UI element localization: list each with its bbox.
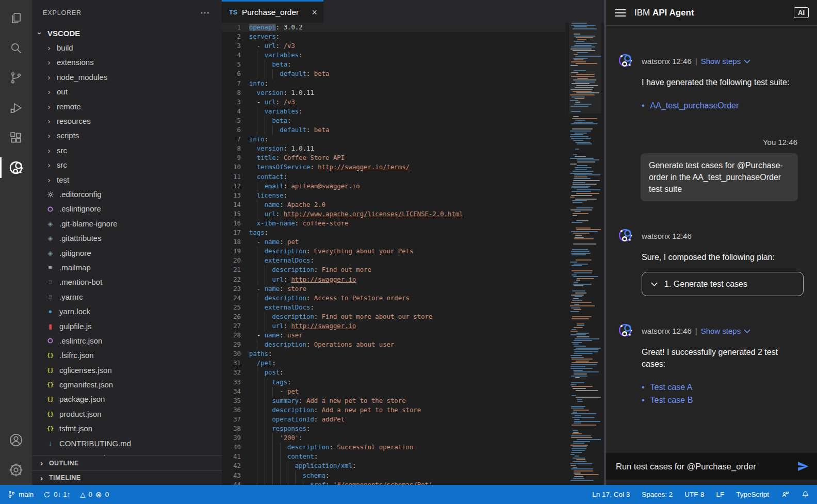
code-line-19[interactable]: 19 description: Everything about your Pe…: [222, 247, 565, 256]
result-link[interactable]: •Test case B: [642, 394, 804, 407]
outline-section[interactable]: › OUTLINE: [32, 456, 222, 470]
code-line-34[interactable]: 34 - pet: [222, 387, 565, 396]
tree-file-.editorconfig[interactable]: .editorconfig: [32, 187, 222, 201]
code-line-10[interactable]: 10 termsOfService: http://swagger.io/ter…: [222, 162, 565, 172]
code-line-12[interactable]: 12 email: apiteam@swagger.io: [222, 182, 565, 191]
code-line-18[interactable]: 18 - name: pet: [222, 237, 565, 247]
tree-file-CONTRIBUTING.md[interactable]: ↓CONTRIBUTING.md: [32, 436, 222, 450]
code-line-31[interactable]: 31 /pet:: [222, 359, 565, 368]
activity-bar-item-explorer[interactable]: [0, 3, 32, 33]
code-line-15[interactable]: 15 url: http://www.apache.org/licenses/L…: [222, 209, 565, 219]
activity-bar-item-extensions[interactable]: [0, 123, 32, 153]
code-line-43[interactable]: 43 schema:: [222, 471, 565, 480]
activity-bar-item-account[interactable]: [0, 425, 32, 455]
code-line-7[interactable]: 7info:: [222, 79, 565, 88]
tab-purchase-order[interactable]: TS Purchase_order ×: [222, 0, 323, 23]
chat-input[interactable]: [616, 462, 797, 472]
code-line-30[interactable]: 30paths:: [222, 349, 565, 359]
code-line-33[interactable]: 33 tags:: [222, 378, 565, 387]
activity-bar-item-search[interactable]: [0, 33, 32, 63]
tree-file-.git-blame-ignore[interactable]: ◈.git-blame-ignore: [32, 216, 222, 231]
code-line-4[interactable]: 4 variables:: [222, 107, 565, 116]
tree-file-package.json[interactable]: {}package.json: [32, 392, 222, 407]
code-line-14[interactable]: 14 name: Apache 2.0: [222, 200, 565, 209]
activity-bar-item-watsonx[interactable]: [0, 153, 32, 183]
code-line-44[interactable]: 44 $ref: '#/components/schemas/Pet': [222, 480, 565, 485]
code-line-20[interactable]: 20 externalDocs:: [222, 256, 565, 265]
tree-folder-src[interactable]: ›src: [32, 143, 222, 157]
code-line-3[interactable]: 3 - url: /v3: [222, 41, 565, 51]
problems-indicator[interactable]: △ 0 ⊗ 0: [80, 491, 109, 498]
tree-file-product.json[interactable]: {}product.json: [32, 407, 222, 421]
tree-file-.gitignore[interactable]: ◈.gitignore: [32, 246, 222, 260]
tree-file-.gitattributes[interactable]: ◈.gitattributes: [32, 231, 222, 245]
show-steps-button[interactable]: Show steps: [701, 57, 751, 66]
code-line-39[interactable]: 39 '200':: [222, 433, 565, 443]
code-line-1[interactable]: 1openapi: 3.0.2: [222, 23, 565, 32]
indentation-setting[interactable]: Spaces: 2: [642, 491, 673, 498]
code-line-21[interactable]: 21 description: Find out more: [222, 265, 565, 274]
hamburger-menu-icon[interactable]: [615, 9, 626, 17]
code-line-26[interactable]: 26 description: Find out more about our …: [222, 312, 565, 321]
tree-file-.mailmap[interactable]: ≡.mailmap: [32, 260, 222, 274]
code-line-25[interactable]: 25 externalDocs:: [222, 303, 565, 312]
bell-icon[interactable]: [802, 491, 809, 498]
code-line-6[interactable]: 6 default: beta: [222, 69, 565, 78]
tree-folder-node_modules[interactable]: ›node_modules: [32, 70, 222, 84]
tree-folder-src[interactable]: ›src: [32, 158, 222, 172]
tree-file-.eslintrc.json[interactable]: .eslintrc.json: [32, 333, 222, 348]
timeline-section[interactable]: › TIMELINE: [32, 470, 222, 485]
cursor-position[interactable]: Ln 17, Col 3: [592, 491, 630, 498]
code-line-6[interactable]: 6 default: beta: [222, 125, 565, 135]
code-line-11[interactable]: 11 contact:: [222, 172, 565, 182]
plan-step-accordion[interactable]: 1. Generate test cases: [642, 272, 804, 296]
code-line-16[interactable]: 16 x-ibm-name: coffee-store: [222, 219, 565, 228]
show-steps-button[interactable]: Show steps: [701, 327, 751, 335]
minimap[interactable]: [569, 23, 601, 485]
tree-folder-out[interactable]: ›out: [32, 85, 222, 99]
activity-bar-item-source-control[interactable]: [0, 63, 32, 93]
code-line-3[interactable]: 3 - url: /v3: [222, 97, 565, 107]
code-line-8[interactable]: 8 version: 1.0.11: [222, 144, 565, 153]
result-link[interactable]: •AA_test_purchaseOrder: [642, 99, 804, 112]
tree-file-.mention-bot[interactable]: ≡.mention-bot: [32, 275, 222, 289]
close-icon[interactable]: ×: [312, 8, 317, 17]
code-line-5[interactable]: 5 beta:: [222, 60, 565, 69]
tree-file-README.md[interactable]: ↓README.md: [32, 450, 222, 456]
tree-root-folder[interactable]: ›VSCODE: [32, 26, 222, 40]
code-line-22[interactable]: 22 url: http://swagger.io: [222, 275, 565, 284]
code-line-32[interactable]: 32 post:: [222, 368, 565, 377]
code-line-38[interactable]: 38 responses:: [222, 424, 565, 433]
tree-folder-build[interactable]: ›build: [32, 40, 222, 55]
code-line-40[interactable]: 40 description: Successful operation: [222, 443, 565, 452]
tree-folder-scripts[interactable]: ›scripts: [32, 128, 222, 143]
tree-file-.eslintignore[interactable]: .eslintignore: [32, 202, 222, 216]
language-mode[interactable]: TypeScript: [736, 491, 769, 498]
tree-file-cgmanifest.json[interactable]: {}cgmanifest.json: [32, 377, 222, 392]
tree-file-gulpfile.js[interactable]: ▮gulpfile.js: [32, 319, 222, 333]
git-branch-indicator[interactable]: main: [8, 491, 34, 498]
code-line-28[interactable]: 28 - name: user: [222, 331, 565, 340]
code-line-41[interactable]: 41 content:: [222, 452, 565, 461]
code-line-37[interactable]: 37 operationId: addPet: [222, 415, 565, 424]
encoding-setting[interactable]: UTF-8: [684, 491, 704, 498]
code-line-24[interactable]: 24 description: Access to Petstore order…: [222, 294, 565, 303]
send-icon[interactable]: [797, 460, 809, 473]
code-line-17[interactable]: 17tags:: [222, 228, 565, 237]
tree-file-yarn.lock[interactable]: ●yarn.lock: [32, 304, 222, 318]
code-editor[interactable]: 1openapi: 3.0.22servers:3 - url: /v34 va…: [222, 23, 565, 485]
eol-setting[interactable]: LF: [716, 491, 724, 498]
code-line-9[interactable]: 9 title: Coffee Store API: [222, 153, 565, 162]
code-line-35[interactable]: 35 summary: Add a new pet to the store: [222, 396, 565, 405]
tree-folder-test[interactable]: ›test: [32, 172, 222, 187]
code-line-8[interactable]: 8 version: 1.0.11: [222, 88, 565, 97]
code-line-5[interactable]: 5 beta:: [222, 116, 565, 125]
tree-file-cglicenses.json[interactable]: {}cglicenses.json: [32, 363, 222, 377]
feedback-icon[interactable]: [781, 491, 790, 498]
code-line-13[interactable]: 13 license:: [222, 191, 565, 200]
activity-bar-item-run-debug[interactable]: [0, 93, 32, 123]
activity-bar-item-settings[interactable]: [0, 455, 32, 485]
code-line-7[interactable]: 7info:: [222, 135, 565, 144]
tree-folder-resources[interactable]: ›resources: [32, 113, 222, 128]
result-link[interactable]: •Test case A: [642, 381, 804, 394]
